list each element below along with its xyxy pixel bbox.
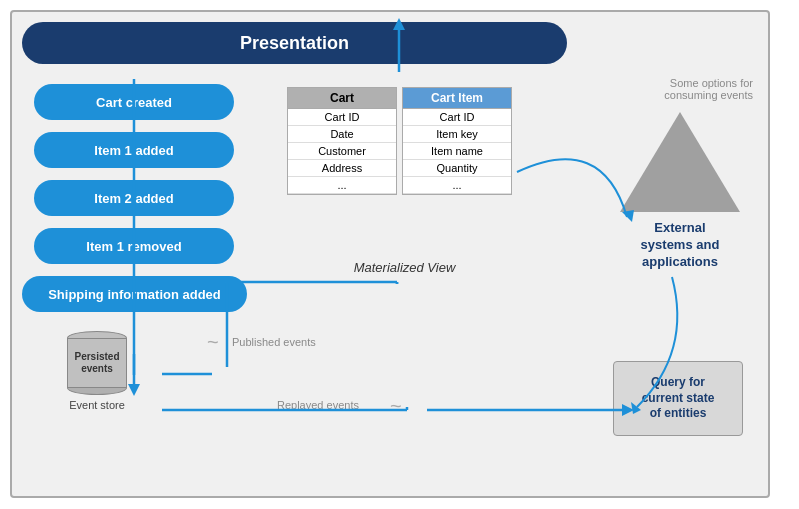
triangle-icon	[620, 112, 740, 212]
event-store: Persisted events Event store	[67, 331, 127, 411]
cart-item-row-5: ...	[403, 177, 511, 194]
presentation-bar: Presentation	[22, 22, 567, 64]
cart-item-row-3: Item name	[403, 143, 511, 160]
cart-row-4: Address	[288, 160, 396, 177]
cart-row-3: Customer	[288, 143, 396, 160]
some-options-text: Some options for consuming events	[613, 77, 753, 101]
event-pill-2: Item 1 added	[34, 132, 234, 168]
cart-table: Cart Cart ID Date Customer Address ...	[287, 87, 397, 195]
event-pill-4: Item 1 removed	[34, 228, 234, 264]
event-pill-5: Shipping information added	[22, 276, 247, 312]
tilde-icon-1: ~	[207, 331, 219, 354]
cart-table-header: Cart	[288, 88, 396, 109]
tilde-icon-2: ~	[390, 395, 402, 418]
cart-item-row-1: Cart ID	[403, 109, 511, 126]
svg-marker-2	[128, 384, 140, 396]
cart-item-table-header: Cart Item	[403, 88, 511, 109]
cylinder-body: Persisted events	[67, 338, 127, 388]
external-label: External systems and applications	[641, 220, 720, 271]
outer-box: Some options for consuming events Presen…	[10, 10, 770, 498]
cart-row-5: ...	[288, 177, 396, 194]
replayed-events-label: Replayed events	[277, 399, 359, 411]
query-box-label: Query for current state of entities	[642, 375, 715, 422]
materialized-view-label: Materialized View	[277, 260, 532, 275]
cart-row-2: Date	[288, 126, 396, 143]
cart-item-table: Cart Item Cart ID Item key Item name Qua…	[402, 87, 512, 195]
cart-item-row-4: Quantity	[403, 160, 511, 177]
cart-row-1: Cart ID	[288, 109, 396, 126]
event-pill-3: Item 2 added	[34, 180, 234, 216]
event-pill-1: Cart created	[34, 84, 234, 120]
cylinder: Persisted events	[67, 331, 127, 395]
query-box: Query for current state of entities	[613, 361, 743, 436]
cylinder-text: Persisted events	[70, 351, 125, 375]
published-events-label: Published events	[232, 336, 316, 348]
event-store-label: Event store	[69, 399, 125, 411]
diagram-container: Some options for consuming events Presen…	[0, 0, 799, 509]
presentation-title: Presentation	[240, 33, 349, 54]
cart-item-row-2: Item key	[403, 126, 511, 143]
external-systems-box: External systems and applications	[610, 112, 750, 271]
